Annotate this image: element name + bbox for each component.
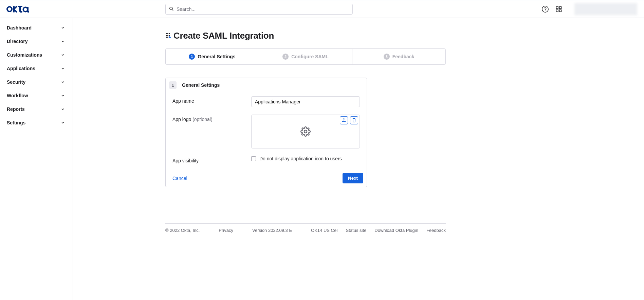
upload-icon bbox=[342, 118, 346, 123]
sidebar-item-settings[interactable]: Settings bbox=[0, 116, 73, 129]
panel-header: 1 General Settings bbox=[166, 78, 367, 92]
app-name-label: App name bbox=[172, 96, 244, 104]
sidebar-item-security[interactable]: Security bbox=[0, 75, 73, 89]
footer-feedback-link[interactable]: Feedback bbox=[426, 228, 446, 233]
svg-rect-7 bbox=[556, 10, 558, 12]
app-visibility-row: App visibility Do not display applicatio… bbox=[172, 156, 360, 163]
global-search[interactable] bbox=[165, 4, 353, 15]
sidebar-item-label: Reports bbox=[7, 106, 25, 112]
sidebar-item-dashboard[interactable]: Dashboard bbox=[0, 21, 73, 35]
footer-download-link[interactable]: Download Okta Plugin bbox=[374, 228, 418, 233]
svg-rect-11 bbox=[169, 33, 170, 34]
chevron-down-icon bbox=[60, 66, 65, 71]
svg-point-3 bbox=[542, 6, 548, 12]
footer-version: Version 2022.09.3 E bbox=[252, 228, 292, 233]
gear-icon bbox=[300, 126, 311, 137]
search-input[interactable] bbox=[176, 6, 349, 12]
panel-title: General Settings bbox=[182, 82, 220, 88]
svg-rect-6 bbox=[559, 7, 562, 9]
step-number: 2 bbox=[282, 54, 289, 60]
step-general-settings[interactable]: 1 General Settings bbox=[166, 49, 259, 64]
delete-logo-button[interactable] bbox=[350, 116, 358, 124]
sidebar-item-customizations[interactable]: Customizations bbox=[0, 48, 73, 62]
app-logo-label: App logo (optional) bbox=[172, 115, 244, 122]
sidebar-item-label: Security bbox=[7, 79, 25, 85]
svg-point-1 bbox=[23, 7, 28, 12]
user-menu[interactable] bbox=[574, 3, 637, 15]
app-visibility-label: App visibility bbox=[172, 156, 244, 163]
page-title: Create SAML Integration bbox=[165, 31, 446, 41]
step-number: 1 bbox=[189, 54, 195, 60]
chevron-down-icon bbox=[60, 25, 65, 30]
app-name-input[interactable] bbox=[251, 96, 360, 107]
svg-point-17 bbox=[304, 130, 307, 133]
okta-logo[interactable] bbox=[6, 5, 29, 13]
wizard-icon bbox=[165, 33, 171, 39]
svg-rect-12 bbox=[166, 35, 167, 36]
footer-copyright: © 2022 Okta, Inc. bbox=[165, 228, 200, 233]
sidebar-item-label: Applications bbox=[7, 66, 35, 71]
sidebar: Dashboard Directory Customizations Appli… bbox=[0, 18, 73, 300]
sidebar-item-label: Workflow bbox=[7, 93, 28, 98]
step-number: 3 bbox=[384, 54, 390, 60]
topbar bbox=[0, 0, 644, 18]
svg-rect-16 bbox=[167, 37, 168, 38]
app-name-row: App name bbox=[172, 96, 360, 107]
sidebar-item-applications[interactable]: Applications bbox=[0, 62, 73, 75]
step-feedback[interactable]: 3 Feedback bbox=[352, 49, 445, 64]
page-title-text: Create SAML Integration bbox=[173, 31, 274, 41]
app-logo-row: App logo (optional) bbox=[172, 115, 360, 148]
sidebar-item-reports[interactable]: Reports bbox=[0, 102, 73, 116]
step-configure-saml[interactable]: 2 Configure SAML bbox=[259, 49, 352, 64]
upload-logo-button[interactable] bbox=[340, 116, 348, 124]
chevron-down-icon bbox=[60, 120, 65, 125]
general-settings-panel: 1 General Settings App name App logo (op… bbox=[165, 78, 367, 187]
sidebar-item-label: Settings bbox=[7, 120, 25, 125]
svg-rect-8 bbox=[559, 10, 562, 12]
svg-rect-5 bbox=[556, 7, 558, 9]
svg-point-2 bbox=[170, 7, 172, 9]
sidebar-item-label: Dashboard bbox=[7, 25, 32, 31]
panel-step-number: 1 bbox=[169, 81, 177, 89]
main-content: Create SAML Integration 1 General Settin… bbox=[73, 18, 644, 187]
step-label: Feedback bbox=[392, 54, 415, 59]
footer: © 2022 Okta, Inc. Privacy Version 2022.0… bbox=[165, 223, 446, 233]
svg-rect-15 bbox=[166, 37, 167, 38]
search-icon bbox=[169, 6, 174, 12]
sidebar-item-directory[interactable]: Directory bbox=[0, 35, 73, 48]
visibility-checkbox[interactable] bbox=[251, 156, 256, 161]
svg-rect-13 bbox=[167, 35, 168, 36]
apps-grid-icon[interactable] bbox=[555, 5, 563, 13]
chevron-down-icon bbox=[60, 53, 65, 57]
visibility-checkbox-label: Do not display application icon to users bbox=[259, 156, 342, 161]
chevron-down-icon bbox=[60, 80, 65, 84]
svg-rect-9 bbox=[166, 33, 167, 34]
app-logo-dropzone[interactable] bbox=[251, 115, 360, 148]
sidebar-item-workflow[interactable]: Workflow bbox=[0, 89, 73, 102]
svg-rect-14 bbox=[169, 35, 170, 36]
chevron-down-icon bbox=[60, 39, 65, 44]
chevron-down-icon bbox=[60, 107, 65, 112]
cancel-link[interactable]: Cancel bbox=[172, 176, 187, 181]
next-button[interactable]: Next bbox=[343, 173, 363, 183]
footer-privacy-link[interactable]: Privacy bbox=[219, 228, 233, 233]
help-icon[interactable] bbox=[541, 5, 549, 13]
svg-rect-10 bbox=[167, 33, 168, 34]
footer-status-link[interactable]: Status site bbox=[346, 228, 367, 233]
footer-cell: OK14 US Cell bbox=[311, 228, 338, 233]
sidebar-item-label: Directory bbox=[7, 39, 27, 44]
step-label: Configure SAML bbox=[291, 54, 329, 59]
step-label: General Settings bbox=[198, 54, 235, 59]
svg-point-4 bbox=[545, 11, 546, 11]
sidebar-item-label: Customizations bbox=[7, 52, 42, 58]
wizard-steps: 1 General Settings 2 Configure SAML 3 Fe… bbox=[165, 48, 446, 65]
chevron-down-icon bbox=[60, 93, 65, 98]
trash-icon bbox=[352, 118, 356, 123]
svg-point-0 bbox=[7, 7, 12, 12]
